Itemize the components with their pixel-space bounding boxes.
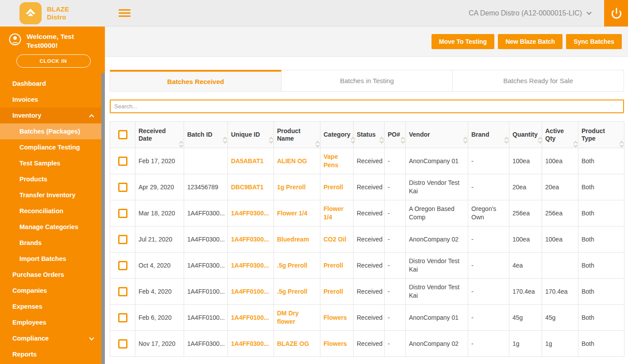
- row-checkbox[interactable]: [118, 261, 127, 270]
- search-input[interactable]: [110, 100, 624, 113]
- product_name-link[interactable]: DM Dry flower: [277, 310, 299, 325]
- hamburger-menu-icon[interactable]: [119, 8, 131, 19]
- new-blaze-batch-button[interactable]: New Blaze Batch: [498, 34, 563, 49]
- category-link[interactable]: Preroll: [324, 288, 343, 295]
- sidebar-item-reports[interactable]: Reports: [0, 346, 101, 362]
- sidebar-item-batches-packages[interactable]: Batches (Packages): [0, 123, 101, 139]
- category-link[interactable]: Preroll: [324, 184, 343, 191]
- sync-batches-button[interactable]: Sync Batches: [566, 34, 622, 49]
- row-checkbox[interactable]: [118, 235, 127, 244]
- cell-text-po: -: [388, 340, 390, 347]
- row-checkbox[interactable]: [118, 313, 127, 322]
- sidebar-item-invoices[interactable]: Invoices: [0, 92, 101, 107]
- col-header-label: Active Qty: [545, 127, 573, 142]
- col-header-received_date[interactable]: Received Date: [135, 122, 184, 148]
- tab-batches-ready-for-sale[interactable]: Batches Ready for Sale: [453, 70, 624, 92]
- product_name-link[interactable]: 1g Preroll: [277, 184, 306, 191]
- unique_id-link[interactable]: 1A4FF0300...: [231, 210, 269, 217]
- sidebar-item-products[interactable]: Products: [0, 171, 101, 187]
- product_name-link[interactable]: .5g Preroll: [277, 288, 307, 295]
- cell-status: Received: [354, 279, 385, 305]
- cell-active_qty: 100ea: [542, 148, 578, 174]
- cell-vendor: AnonCompany 01: [406, 305, 468, 331]
- cell-vendor: AnonCompany 02: [406, 331, 468, 357]
- sidebar-item-transfer-inventory[interactable]: Transfer Inventory: [0, 187, 101, 203]
- sidebar-item-expenses[interactable]: Expenses: [0, 299, 101, 314]
- category-link[interactable]: CO2 Oil: [324, 236, 346, 243]
- product_name-link[interactable]: BLAZE OG: [277, 340, 309, 347]
- select-all-checkbox[interactable]: [118, 130, 127, 139]
- move-to-testing-button[interactable]: Move To Testing: [432, 34, 494, 49]
- clock-in-button[interactable]: CLOCK IN: [16, 54, 91, 68]
- category-link[interactable]: Flower 1/4: [324, 205, 343, 221]
- col-header-product_type[interactable]: Product Type: [578, 122, 624, 148]
- col-header-content: Unique ID: [228, 131, 274, 138]
- unique_id-link[interactable]: DA5ABAT1: [231, 157, 264, 165]
- sidebar-item-inventory[interactable]: Inventory: [0, 107, 101, 123]
- location-selector[interactable]: CA Demo Distro (A12-0000015-LIC): [469, 9, 591, 17]
- category-link[interactable]: Flowers: [324, 314, 347, 321]
- sidebar-item-companies[interactable]: Companies: [0, 283, 101, 299]
- sidebar-item-purchase-orders[interactable]: Purchase Orders: [0, 267, 101, 283]
- sidebar-item-employees[interactable]: Employees: [0, 314, 101, 330]
- col-header-active_qty[interactable]: Active Qty: [542, 122, 578, 148]
- cell-text-active_qty: 170.4ea: [545, 288, 568, 295]
- row-checkbox[interactable]: [118, 183, 127, 192]
- col-header-quantity[interactable]: Quantity: [509, 122, 542, 148]
- category-link[interactable]: Preroll: [324, 262, 343, 269]
- sidebar-item-compliance[interactable]: Compliance: [0, 330, 101, 346]
- unique_id-link[interactable]: 1A4FF0300...: [231, 262, 269, 269]
- col-header-checkbox[interactable]: [110, 122, 135, 148]
- category-link[interactable]: Flowers: [324, 340, 347, 347]
- row-checkbox[interactable]: [118, 287, 127, 296]
- cell-text-batch_id: 123456789: [187, 184, 218, 191]
- col-header-product_name[interactable]: Product Name: [274, 122, 320, 148]
- col-header-po[interactable]: PO#: [385, 122, 406, 148]
- col-header-vendor[interactable]: Vendor: [406, 122, 468, 148]
- row-checkbox[interactable]: [118, 157, 127, 166]
- sidebar-item-test-samples[interactable]: Test Samples: [0, 155, 101, 171]
- sidebar-item-import-batches[interactable]: Import Batches: [0, 251, 101, 267]
- sidebar-item-reconciliation[interactable]: Reconciliation: [0, 203, 101, 219]
- product_name-link[interactable]: Bluedream: [277, 236, 309, 243]
- product_name-link[interactable]: Flower 1/4: [277, 210, 307, 217]
- cell-product_name: .5g Preroll: [274, 279, 320, 305]
- cell-status: Received: [354, 174, 385, 200]
- sidebar-scrollbar[interactable]: [101, 73, 105, 364]
- col-header-batch_id[interactable]: Batch ID: [184, 122, 228, 148]
- col-header-category[interactable]: Category: [320, 122, 354, 148]
- sidebar-item-manage-categories[interactable]: Manage Categories: [0, 219, 101, 235]
- unique_id-link[interactable]: 1A4FF0100...: [231, 314, 269, 321]
- cell-checkbox: [110, 253, 135, 279]
- brand-header: BLAZE Distro: [0, 0, 105, 27]
- row-checkbox[interactable]: [118, 209, 127, 218]
- cell-vendor: AnonCompany 02: [406, 226, 468, 253]
- cell-po: -: [385, 226, 406, 253]
- product_name-link[interactable]: .5g Preroll: [277, 262, 307, 269]
- tab-batches-in-testing[interactable]: Batches in Testing: [281, 70, 453, 92]
- category-link[interactable]: Vape Pens: [324, 153, 338, 169]
- unique_id-link[interactable]: 1A4FF0300...: [231, 236, 269, 243]
- cell-text-batch_id: 1A4FF0300...: [187, 210, 225, 217]
- tab-batches-received[interactable]: Batches Received: [110, 70, 281, 92]
- unique_id-link[interactable]: 1A4FF0300...: [231, 340, 269, 347]
- cell-batch_id: 1A4FF0100...: [184, 305, 228, 331]
- cell-text-quantity: 1g: [512, 340, 520, 347]
- table-row: Apr 29, 2020123456789DBC9BAT11g PrerollP…: [110, 174, 624, 200]
- cell-category: Flower 1/4: [320, 200, 354, 226]
- col-header-brand[interactable]: Brand: [468, 122, 509, 148]
- logout-power-button[interactable]: [604, 0, 628, 27]
- col-header-status[interactable]: Status: [354, 122, 385, 148]
- sidebar-item-dashboard[interactable]: Dashboard: [0, 76, 101, 92]
- product_name-link[interactable]: ALIEN OG: [277, 157, 307, 165]
- col-header-unique_id[interactable]: Unique ID: [228, 122, 274, 148]
- sort-icon: [463, 138, 467, 143]
- row-checkbox[interactable]: [118, 339, 127, 349]
- sidebar-item-compliance-testing[interactable]: Compliance Testing: [0, 139, 101, 155]
- cell-text-product_type: Both: [582, 340, 594, 347]
- unique_id-link[interactable]: DBC9BAT1: [231, 184, 264, 191]
- sidebar-item-brands[interactable]: Brands: [0, 235, 101, 251]
- cell-status: Received: [354, 226, 385, 253]
- unique_id-link[interactable]: 1A4FF0100...: [231, 288, 269, 295]
- cell-brand: -: [468, 148, 509, 174]
